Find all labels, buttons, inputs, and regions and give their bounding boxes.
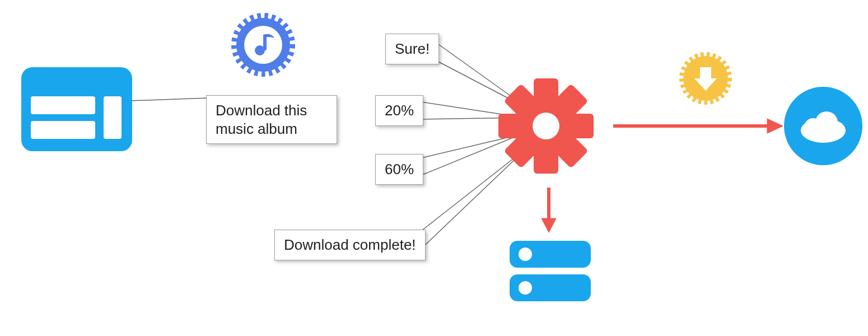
arrow-down-icon xyxy=(542,188,556,232)
svg-point-18 xyxy=(533,113,559,139)
svg-rect-3 xyxy=(104,96,122,139)
music-badge-icon xyxy=(236,18,290,72)
ack-label: Sure! xyxy=(385,34,439,64)
cloud-icon xyxy=(784,87,862,165)
svg-rect-1 xyxy=(31,96,95,114)
svg-point-31 xyxy=(519,281,532,295)
download-badge-icon xyxy=(683,56,728,101)
app-window-icon xyxy=(21,67,132,151)
progress1-label: 20% xyxy=(375,95,423,126)
diagram-stage: Download this music album Sure! 20% 60% … xyxy=(0,0,868,336)
svg-marker-33 xyxy=(767,119,783,133)
complete-label: Download complete! xyxy=(274,230,426,260)
callout-lines xyxy=(129,40,529,253)
progress2-label: 60% xyxy=(375,154,423,185)
svg-point-27 xyxy=(829,122,844,137)
request-label: Download this music album xyxy=(206,95,337,144)
svg-rect-2 xyxy=(31,121,95,139)
storage-icon xyxy=(510,241,591,301)
arrow-right-icon xyxy=(613,119,783,133)
gear-icon xyxy=(479,59,613,193)
svg-rect-21 xyxy=(700,67,711,78)
svg-marker-35 xyxy=(542,218,556,232)
svg-point-29 xyxy=(519,248,532,261)
